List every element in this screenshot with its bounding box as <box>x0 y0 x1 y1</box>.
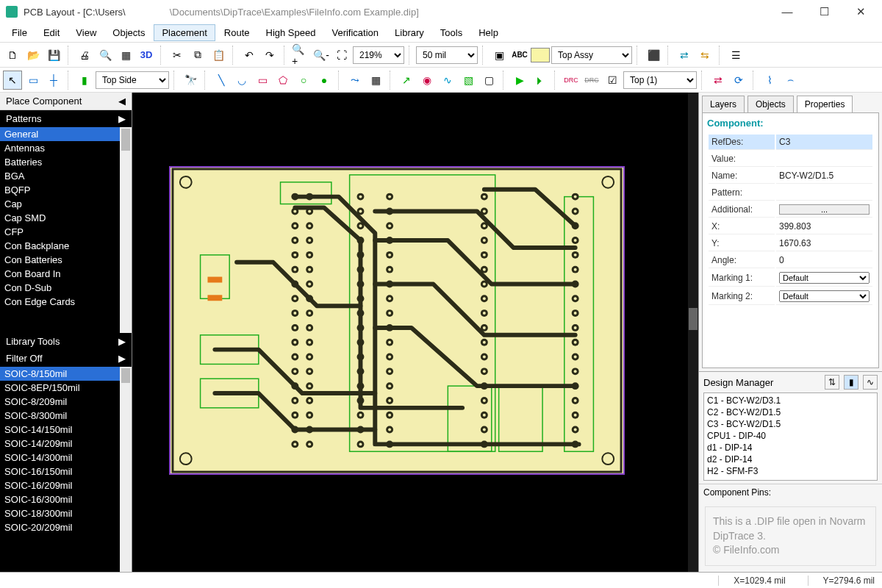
copy-icon[interactable]: ⧉ <box>188 46 207 65</box>
titles-icon[interactable]: ▦ <box>116 46 135 65</box>
menu-tools[interactable]: Tools <box>433 25 470 40</box>
menu-library[interactable]: Library <box>387 25 431 40</box>
side-select[interactable]: Top Side <box>96 71 169 89</box>
list-item[interactable]: SOIC-8EP/150mil <box>0 381 132 395</box>
layer-select[interactable]: Top Assy <box>551 46 632 64</box>
dm-item[interactable]: CPU1 - DIP-40 <box>706 430 875 442</box>
list-item[interactable]: Con D-Sub <box>0 281 132 295</box>
menu-high-speed[interactable]: High Speed <box>259 25 323 40</box>
prop-value[interactable]: ... <box>776 202 872 218</box>
layer-display-icon[interactable]: ▣ <box>490 46 509 65</box>
pcb-board[interactable] <box>169 166 625 475</box>
list-item[interactable]: SOIC-18/300mil <box>0 506 132 520</box>
prop-value[interactable]: 0 <box>776 253 872 268</box>
dm-sort-icon[interactable]: ⇅ <box>825 375 839 390</box>
print-icon[interactable]: 🖨 <box>75 46 94 65</box>
cut-icon[interactable]: ✂ <box>168 46 187 65</box>
list-item[interactable]: SOIC-20/209mil <box>0 520 132 534</box>
circle-icon[interactable]: ○ <box>294 71 313 90</box>
back-annotate-icon[interactable]: ⇆ <box>695 46 714 65</box>
list-item[interactable]: SOIC-8/300mil <box>0 409 132 423</box>
table-icon[interactable]: ▦ <box>366 71 385 90</box>
canvas-scrollbar[interactable] <box>689 308 698 330</box>
zoom-window-icon[interactable]: ⛶ <box>332 46 351 65</box>
list-item[interactable]: CFP <box>0 225 132 239</box>
paste-icon[interactable]: 📋 <box>209 46 228 65</box>
grid-select[interactable]: 50 mil <box>416 46 478 64</box>
dm-net-icon[interactable]: ∿ <box>863 375 878 390</box>
design-manager-list[interactable]: C1 - BCY-W2/D3.1C2 - BCY-W2/D1.5C3 - BCY… <box>703 392 878 481</box>
preview-icon[interactable]: 🔍 <box>96 46 115 65</box>
zoom-in-icon[interactable]: 🔍+ <box>291 46 310 65</box>
dm-item[interactable]: d2 - DIP-14 <box>706 453 875 465</box>
next-icon[interactable]: ⏵ <box>531 71 550 90</box>
arc-icon[interactable]: ◡ <box>232 71 251 90</box>
run-icon[interactable]: ▶ <box>510 71 529 90</box>
pointer-icon[interactable]: ↖ <box>3 71 22 90</box>
prop-value[interactable]: C3 <box>776 135 872 150</box>
patterns-header[interactable]: Patterns ▶ <box>0 110 132 127</box>
via-icon[interactable]: ◉ <box>417 71 437 90</box>
list-item[interactable]: BQFP <box>0 183 132 197</box>
diff-pair-icon[interactable]: ⇄ <box>709 71 728 90</box>
3d-button[interactable]: 3D <box>137 46 156 65</box>
renumber-icon[interactable]: ⇄ <box>675 46 694 65</box>
maximize-button[interactable]: ☐ <box>813 5 835 18</box>
list-item[interactable]: Con Edge Cards <box>0 295 132 309</box>
list-item[interactable]: Con Board In <box>0 267 132 281</box>
library-tools-header[interactable]: Library Tools ▶ <box>0 333 132 350</box>
tab-layers[interactable]: Layers <box>702 96 745 112</box>
route-icon[interactable]: ⤳ <box>345 71 365 90</box>
trace-icon[interactable]: ∿ <box>438 71 457 90</box>
find-icon[interactable]: 🔭 <box>181 71 200 90</box>
list-item[interactable]: SOIC-16/150mil <box>0 465 132 478</box>
package-scrollbar[interactable] <box>120 367 132 573</box>
library-scrollbar[interactable] <box>120 127 132 333</box>
list-item[interactable]: Cap SMD <box>0 211 132 225</box>
prop-value[interactable]: 399.803 <box>776 219 872 234</box>
dm-component-icon[interactable]: ▮ <box>844 375 858 390</box>
measure-icon[interactable]: ▭ <box>24 71 43 90</box>
library-list[interactable]: GeneralAntennasBatteriesBGABQFPCapCap SM… <box>0 127 132 333</box>
drc-icon[interactable]: DRC <box>562 71 581 90</box>
place-component-header[interactable]: Place Component ◀ <box>0 93 132 110</box>
list-item[interactable]: Antennas <box>0 141 132 155</box>
zoom-select[interactable]: 219% <box>353 46 404 64</box>
dm-item[interactable]: H2 - SFM-F3 <box>706 465 875 477</box>
layer-color-swatch[interactable] <box>531 48 550 62</box>
list-item[interactable]: SOIC-14/150mil <box>0 423 132 437</box>
open-icon[interactable]: 📂 <box>24 46 43 65</box>
pour-icon[interactable]: ▧ <box>459 71 478 90</box>
filter-header[interactable]: Filter Off ▶ <box>0 350 132 367</box>
undo-icon[interactable]: ↶ <box>240 46 259 65</box>
prop-value[interactable]: 1670.63 <box>776 236 872 251</box>
prop-value[interactable] <box>776 151 872 167</box>
collapse-left-icon[interactable]: ◀ <box>118 96 126 107</box>
list-item[interactable]: General <box>0 127 132 141</box>
phase-icon[interactable]: ⟳ <box>729 71 748 90</box>
ratline-icon[interactable]: ↗ <box>397 71 416 90</box>
drc-off-icon[interactable]: DRC <box>582 71 601 90</box>
package-list[interactable]: SOIC-8/150milSOIC-8EP/150milSOIC-8/209mi… <box>0 367 132 573</box>
list-item[interactable]: SOIC-14/300mil <box>0 451 132 465</box>
tab-objects[interactable]: Objects <box>747 96 794 112</box>
prop-value[interactable]: Default <box>776 288 872 305</box>
zoom-out-icon[interactable]: 🔍- <box>312 46 331 65</box>
text-icon[interactable]: ABC <box>510 46 529 65</box>
tab-properties[interactable]: Properties <box>797 96 853 112</box>
list-item[interactable]: Con Backplane <box>0 239 132 253</box>
close-button[interactable]: ✕ <box>850 5 872 18</box>
board-outline-icon[interactable]: ▢ <box>479 71 498 90</box>
redo-icon[interactable]: ↷ <box>260 46 279 65</box>
list-item[interactable]: SOIC-16/209mil <box>0 478 132 492</box>
menu-file[interactable]: File <box>4 25 35 40</box>
list-item[interactable]: SOIC-16/300mil <box>0 492 132 506</box>
dm-item[interactable]: C1 - BCY-W2/D3.1 <box>706 395 875 406</box>
list-item[interactable]: SOIC-8/150mil <box>0 367 132 381</box>
list-item[interactable]: Con Batteries <box>0 253 132 267</box>
filled-icon[interactable]: ● <box>315 71 334 90</box>
dm-item[interactable]: C2 - BCY-W2/D1.5 <box>706 406 875 418</box>
list-item[interactable]: SOIC-8/209mil <box>0 395 132 409</box>
new-icon[interactable]: 🗋 <box>3 46 22 65</box>
list-item[interactable]: BGA <box>0 169 132 183</box>
